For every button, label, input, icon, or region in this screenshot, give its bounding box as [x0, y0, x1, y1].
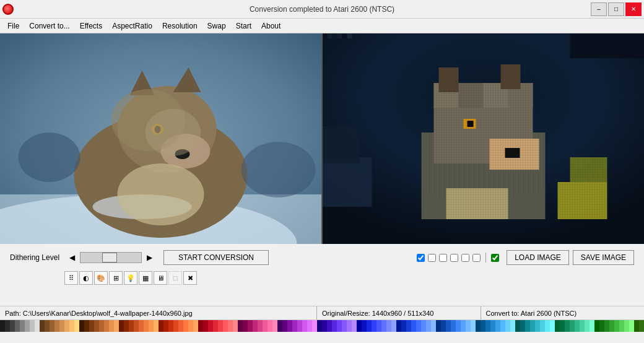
- checkbox-6[interactable]: [472, 254, 481, 262]
- palette-color-122[interactable]: [604, 320, 609, 332]
- checkbox-2[interactable]: [428, 254, 436, 262]
- palette-color-34[interactable]: [168, 320, 173, 332]
- palette-color-88[interactable]: [436, 320, 441, 332]
- palette-color-41[interactable]: [203, 320, 208, 332]
- palette-color-24[interactable]: [119, 320, 124, 332]
- palette-color-27[interactable]: [134, 320, 139, 332]
- palette-color-114[interactable]: [565, 320, 570, 332]
- palette-color-28[interactable]: [139, 320, 144, 332]
- palette-color-105[interactable]: [520, 320, 525, 332]
- dithering-slider-thumb[interactable]: [102, 253, 117, 263]
- start-conversion-button[interactable]: START CONVERSION: [163, 250, 269, 265]
- palette-color-64[interactable]: [317, 320, 322, 332]
- palette-color-113[interactable]: [560, 320, 565, 332]
- palette-color-11[interactable]: [54, 320, 59, 332]
- palette-color-82[interactable]: [406, 320, 411, 332]
- palette-color-84[interactable]: [416, 320, 421, 332]
- palette-color-73[interactable]: [362, 320, 367, 332]
- palette-color-22[interactable]: [109, 320, 114, 332]
- menu-item-effects[interactable]: Effects: [75, 20, 107, 32]
- palette-color-48[interactable]: [238, 320, 243, 332]
- palette-color-49[interactable]: [243, 320, 248, 332]
- maximize-button[interactable]: □: [608, 2, 624, 16]
- palette-color-58[interactable]: [287, 320, 292, 332]
- checkbox-1[interactable]: [417, 254, 425, 262]
- palette-color-126[interactable]: [624, 320, 629, 332]
- palette-color-9[interactable]: [45, 320, 50, 332]
- dots-pattern-icon-btn[interactable]: ⠿: [64, 271, 78, 285]
- palette-color-26[interactable]: [129, 320, 134, 332]
- half-circle-icon-btn[interactable]: ◐: [79, 271, 93, 285]
- palette-color-63[interactable]: [312, 320, 317, 332]
- palette-color-18[interactable]: [89, 320, 94, 332]
- menu-item-about[interactable]: About: [256, 20, 285, 32]
- lightbulb-icon-btn[interactable]: 💡: [124, 271, 137, 285]
- palette-color-61[interactable]: [302, 320, 307, 332]
- save-image-button[interactable]: SAVE IMAGE: [573, 250, 634, 265]
- palette-color-119[interactable]: [590, 320, 594, 332]
- palette-color-13[interactable]: [64, 320, 69, 332]
- palette-color-121[interactable]: [599, 320, 604, 332]
- palette-color-96[interactable]: [476, 320, 481, 332]
- palette-color-68[interactable]: [337, 320, 342, 332]
- palette-color-91[interactable]: [451, 320, 456, 332]
- palette-color-38[interactable]: [188, 320, 193, 332]
- palette-color-77[interactable]: [381, 320, 386, 332]
- palette-color-44[interactable]: [218, 320, 223, 332]
- palette-color-56[interactable]: [277, 320, 282, 332]
- palette-color-79[interactable]: [391, 320, 396, 332]
- palette-color-98[interactable]: [485, 320, 490, 332]
- dithering-arrow-left[interactable]: ◀: [68, 253, 76, 262]
- palette-color-1[interactable]: [5, 320, 10, 332]
- palette-color-66[interactable]: [327, 320, 332, 332]
- palette-color-53[interactable]: [263, 320, 268, 332]
- palette-color-83[interactable]: [411, 320, 416, 332]
- palette-color-52[interactable]: [258, 320, 263, 332]
- palette-color-3[interactable]: [15, 320, 20, 332]
- palette-color-85[interactable]: [421, 320, 426, 332]
- palette-color-69[interactable]: [342, 320, 347, 332]
- palette-color-81[interactable]: [401, 320, 406, 332]
- palette-color-120[interactable]: [594, 320, 599, 332]
- palette-color-101[interactable]: [500, 320, 505, 332]
- palette-color-14[interactable]: [69, 320, 74, 332]
- dithering-slider-track[interactable]: [80, 252, 142, 263]
- menu-item-convert-to[interactable]: Convert to...: [24, 20, 74, 32]
- palette-color-31[interactable]: [154, 320, 159, 332]
- palette-color-112[interactable]: [555, 320, 560, 332]
- palette-color-123[interactable]: [609, 320, 614, 332]
- palette-color-100[interactable]: [495, 320, 500, 332]
- close-button[interactable]: ✕: [625, 2, 642, 16]
- palette-color-111[interactable]: [550, 320, 555, 332]
- palette-color-89[interactable]: [441, 320, 446, 332]
- palette-color-128[interactable]: [634, 320, 639, 332]
- palette-color-108[interactable]: [535, 320, 540, 332]
- palette-color-75[interactable]: [372, 320, 376, 332]
- palette-color-93[interactable]: [461, 320, 466, 332]
- palette-color-16[interactable]: [79, 320, 84, 332]
- palette-color-43[interactable]: [213, 320, 218, 332]
- palette-color-70[interactable]: [347, 320, 352, 332]
- palette-color-37[interactable]: [183, 320, 188, 332]
- checkbox-7[interactable]: [491, 254, 499, 262]
- minimize-button[interactable]: –: [591, 2, 607, 16]
- palette-color-78[interactable]: [386, 320, 391, 332]
- palette-color-109[interactable]: [540, 320, 545, 332]
- palette-color-60[interactable]: [297, 320, 302, 332]
- palette-color-107[interactable]: [530, 320, 535, 332]
- palette-color-23[interactable]: [114, 320, 119, 332]
- palette-color-42[interactable]: [208, 320, 213, 332]
- palette-color-10[interactable]: [50, 320, 54, 332]
- palette-color-127[interactable]: [629, 320, 634, 332]
- palette-color-19[interactable]: [94, 320, 99, 332]
- checkbox-5[interactable]: [461, 254, 469, 262]
- palette-color-33[interactable]: [163, 320, 168, 332]
- palette-color-29[interactable]: [144, 320, 149, 332]
- palette-color-67[interactable]: [332, 320, 337, 332]
- palette-color-5[interactable]: [25, 320, 30, 332]
- palette-color-54[interactable]: [268, 320, 272, 332]
- monitor-icon-btn[interactable]: 🖥: [154, 271, 167, 285]
- palette-color-76[interactable]: [376, 320, 381, 332]
- palette-color-74[interactable]: [367, 320, 372, 332]
- palette-color-102[interactable]: [505, 320, 510, 332]
